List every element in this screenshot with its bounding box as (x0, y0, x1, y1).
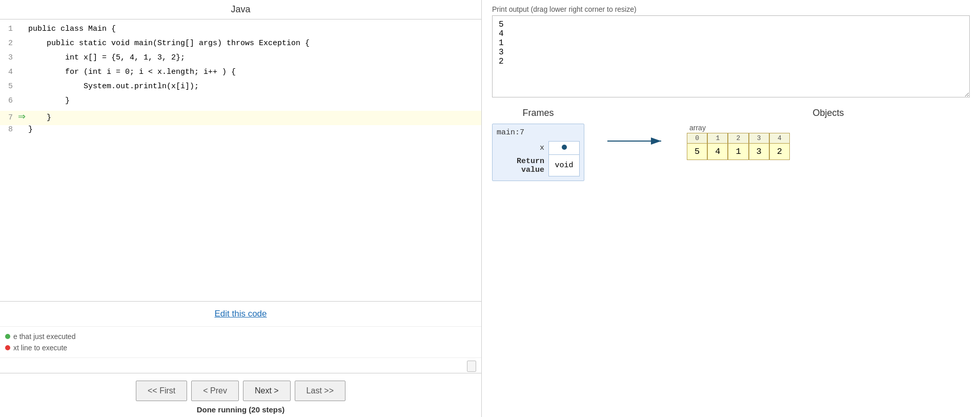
scroll-handle[interactable] (467, 361, 476, 372)
return-label: Returnvalue (497, 155, 549, 176)
print-output-label: Print output (drag lower right corner to… (492, 5, 970, 13)
array-cell-2: 2 1 (728, 133, 748, 160)
line-code-8: } (28, 125, 33, 134)
code-area: 1 public class Main { 2 public static vo… (0, 19, 481, 301)
array-index-1: 1 (708, 133, 727, 144)
edit-code-link[interactable]: Edit this code (214, 309, 267, 319)
print-line-3: 1 (499, 38, 963, 48)
next-button[interactable]: Next > (243, 381, 291, 401)
left-panel: Java 1 public class Main { 2 public stat… (0, 0, 482, 417)
array-index-2: 2 (728, 133, 748, 144)
array-cell-0: 0 5 (687, 133, 707, 160)
var-val-x (549, 142, 580, 155)
frame-return-row: Returnvalue void (497, 155, 580, 176)
navigation-area: << First < Prev Next > Last >> Done runn… (0, 373, 481, 417)
line-number-2: 2 (0, 39, 18, 48)
frame-title: main:7 (497, 128, 580, 137)
line-code-2: public static void main(String[] args) t… (28, 39, 310, 48)
code-line-8: 8 } (0, 125, 481, 140)
frames-column: Frames main:7 x Returnvalue void (492, 108, 584, 181)
scroll-area (0, 358, 481, 373)
line-arrow-7: ⇒ (18, 111, 28, 122)
line-code-1: public class Main { (28, 25, 116, 33)
last-button[interactable]: Last >> (295, 381, 345, 401)
array-index-3: 3 (749, 133, 769, 144)
print-line-5: 2 (499, 57, 963, 66)
legend-next-text: xt line to execute (13, 344, 67, 352)
array-value-4: 2 (770, 144, 789, 160)
array-cell-1: 1 4 (707, 133, 728, 160)
line-code-5: System.out.println(x[i]); (28, 82, 199, 91)
prev-button[interactable]: < Prev (191, 381, 239, 401)
array-cell-4: 4 2 (769, 133, 790, 160)
pointer-arrow-svg (605, 133, 666, 149)
right-panel: Print output (drag lower right corner to… (482, 0, 980, 417)
array-label: array (689, 124, 970, 132)
array-cell-3: 3 3 (749, 133, 769, 160)
pointer-dot-x (562, 145, 567, 150)
array-index-4: 4 (770, 133, 789, 144)
legend-area: e that just executed xt line to execute (0, 326, 481, 358)
frames-objects-section: Frames main:7 x Returnvalue void (492, 108, 970, 181)
code-line-3: 3 int x[] = {5, 4, 1, 3, 2}; (0, 53, 481, 68)
legend-next: xt line to execute (5, 342, 481, 353)
print-line-2: 4 (499, 29, 963, 38)
code-line-7: 7 ⇒ } (0, 111, 481, 125)
line-code-6: } (28, 96, 70, 105)
frame-table: x Returnvalue void (497, 141, 580, 176)
legend-red-dot (5, 345, 10, 350)
print-output-box[interactable]: 5 4 1 3 2 (492, 15, 970, 97)
array-container: 0 5 1 4 2 1 3 3 (687, 133, 970, 160)
nav-status: Done running (20 steps) (197, 405, 285, 414)
line-number-5: 5 (0, 82, 18, 91)
main-frame: main:7 x Returnvalue void (492, 124, 584, 181)
frames-label: Frames (492, 108, 584, 118)
array-value-0: 5 (687, 144, 707, 160)
line-number-1: 1 (0, 25, 18, 33)
pointer-arrow-container (605, 108, 666, 149)
print-output-section: Print output (drag lower right corner to… (492, 5, 970, 97)
edit-link-area: Edit this code (0, 301, 481, 326)
print-line-1: 5 (499, 20, 963, 29)
objects-label: Objects (687, 108, 970, 118)
line-number-4: 4 (0, 68, 18, 76)
return-value: void (549, 155, 580, 176)
line-number-7: 7 (0, 113, 18, 122)
code-line-1: 1 public class Main { (0, 25, 481, 39)
code-line-5: 5 System.out.println(x[i]); (0, 82, 481, 96)
array-index-0: 0 (687, 133, 707, 144)
objects-column: Objects array 0 5 1 4 2 1 (687, 108, 970, 160)
print-line-4: 3 (499, 48, 963, 57)
code-line-2: 2 public static void main(String[] args)… (0, 39, 481, 53)
line-code-7: } (28, 113, 51, 122)
array-value-3: 3 (749, 144, 769, 160)
array-value-1: 4 (708, 144, 727, 160)
code-line-4: 4 for (int i = 0; i < x.length; i++ ) { (0, 68, 481, 82)
legend-executed-text: e that just executed (13, 332, 75, 341)
nav-buttons: << First < Prev Next > Last >> (136, 381, 345, 401)
line-number-8: 8 (0, 125, 18, 134)
line-number-6: 6 (0, 96, 18, 105)
first-button[interactable]: << First (136, 381, 187, 401)
frame-var-x: x (497, 142, 580, 155)
line-number-3: 3 (0, 53, 18, 62)
legend-executed: e that just executed (5, 331, 481, 342)
code-line-6: 6 } (0, 96, 481, 111)
line-code-4: for (int i = 0; i < x.length; i++ ) { (28, 68, 236, 76)
array-value-2: 1 (728, 144, 748, 160)
legend-green-dot (5, 334, 10, 339)
var-name-x: x (497, 142, 549, 155)
code-title: Java (0, 0, 481, 19)
line-code-3: int x[] = {5, 4, 1, 3, 2}; (28, 53, 185, 62)
